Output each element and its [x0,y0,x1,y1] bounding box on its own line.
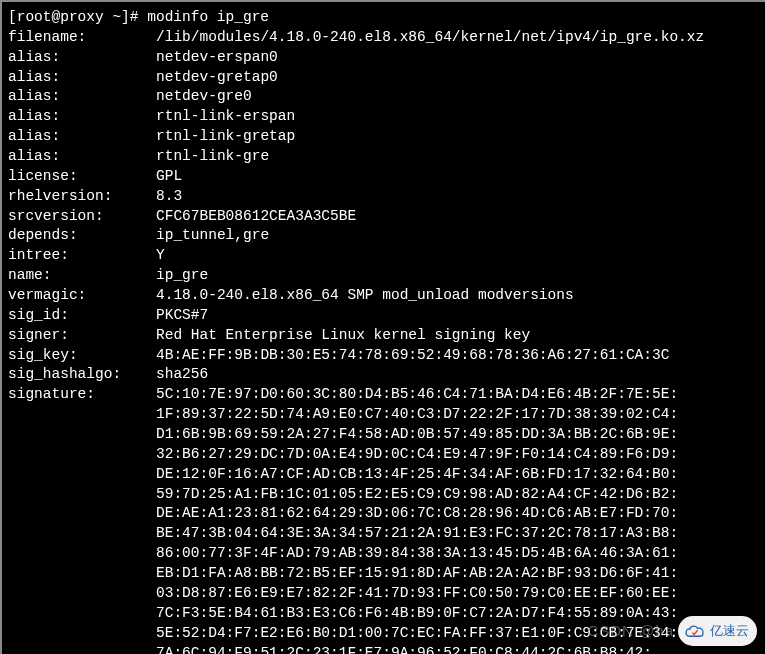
output-line: sig_hashalgo:sha256 [8,365,759,385]
field-label: sig_key: [8,346,156,366]
indent [8,624,156,644]
field-value: GPL [156,167,182,187]
field-label: sig_hashalgo: [8,365,156,385]
field-label: signature: [8,385,156,405]
indent [8,485,156,505]
output-line: filename:/lib/modules/4.18.0-240.el8.x86… [8,28,759,48]
watermark: CSDN @ha 亿速云 [587,616,757,646]
field-label: name: [8,266,156,286]
field-label: alias: [8,48,156,68]
field-value: Y [156,246,165,266]
signature-value: 32:B6:27:29:DC:7D:0A:E4:9D:0C:C4:E9:47:9… [156,445,678,465]
output-line: alias:rtnl-link-erspan [8,107,759,127]
signature-value: BE:47:3B:04:64:3E:3A:34:57:21:2A:91:E3:F… [156,524,678,544]
signature-value: 59:7D:25:A1:FB:1C:01:05:E2:E5:C9:C9:98:A… [156,485,678,505]
field-label: rhelversion: [8,187,156,207]
output-line: intree:Y [8,246,759,266]
command-text: modinfo ip_gre [147,9,269,25]
field-label: alias: [8,107,156,127]
signature-value: 7A:6C:94:F9:51:2C:23:1F:E7:9A:96:52:F0:C… [156,644,652,655]
output-line: signature:5C:10:7E:97:D0:60:3C:80:D4:B5:… [8,385,759,405]
output-line: alias:netdev-gre0 [8,87,759,107]
field-label: alias: [8,127,156,147]
field-value: PKCS#7 [156,306,208,326]
indent [8,544,156,564]
field-value: netdev-gretap0 [156,68,278,88]
field-label: alias: [8,147,156,167]
signature-line: 32:B6:27:29:DC:7D:0A:E4:9D:0C:C4:E9:47:9… [8,445,759,465]
watermark-text: CSDN @ha [587,621,674,642]
indent [8,445,156,465]
signature-value: 03:D8:87:E6:E9:E7:82:2F:41:7D:93:FF:C0:5… [156,584,678,604]
field-value: rtnl-link-erspan [156,107,295,127]
field-value: 5C:10:7E:97:D0:60:3C:80:D4:B5:46:C4:71:B… [156,385,678,405]
signature-line: 03:D8:87:E6:E9:E7:82:2F:41:7D:93:FF:C0:5… [8,584,759,604]
signature-line: D1:6B:9B:69:59:2A:27:F4:58:AD:0B:57:49:8… [8,425,759,445]
indent [8,564,156,584]
output-line: alias:netdev-erspan0 [8,48,759,68]
field-label: filename: [8,28,156,48]
indent [8,425,156,445]
field-value: ip_tunnel,gre [156,226,269,246]
field-value: 8.3 [156,187,182,207]
signature-line: EB:D1:FA:A8:BB:72:B5:EF:15:91:8D:AF:AB:2… [8,564,759,584]
field-label: srcversion: [8,207,156,227]
field-label: alias: [8,68,156,88]
indent [8,524,156,544]
indent [8,604,156,624]
output-line: sig_key:4B:AE:FF:9B:DB:30:E5:74:78:69:52… [8,346,759,366]
output-line: vermagic:4.18.0-240.el8.x86_64 SMP mod_u… [8,286,759,306]
signature-line: DE:AE:A1:23:81:62:64:29:3D:06:7C:C8:28:9… [8,504,759,524]
output-line: rhelversion:8.3 [8,187,759,207]
field-value: rtnl-link-gre [156,147,269,167]
field-value: sha256 [156,365,208,385]
output-line: signer:Red Hat Enterprise Linux kernel s… [8,326,759,346]
signature-line: BE:47:3B:04:64:3E:3A:34:57:21:2A:91:E3:F… [8,524,759,544]
signature-line: 86:00:77:3F:4F:AD:79:AB:39:84:38:3A:13:4… [8,544,759,564]
output-line: depends:ip_tunnel,gre [8,226,759,246]
output-line: alias:netdev-gretap0 [8,68,759,88]
cloud-badge: 亿速云 [678,616,757,646]
output-line: name:ip_gre [8,266,759,286]
field-value: 4.18.0-240.el8.x86_64 SMP mod_unload mod… [156,286,582,306]
indent [8,504,156,524]
signature-value: 1F:89:37:22:5D:74:A9:E0:C7:40:C3:D7:22:2… [156,405,678,425]
signature-value: D1:6B:9B:69:59:2A:27:F4:58:AD:0B:57:49:8… [156,425,678,445]
signature-value: DE:AE:A1:23:81:62:64:29:3D:06:7C:C8:28:9… [156,504,678,524]
field-value: CFC67BEB08612CEA3A3C5BE [156,207,356,227]
command-output: filename:/lib/modules/4.18.0-240.el8.x86… [8,28,759,654]
field-value: rtnl-link-gretap [156,127,295,147]
signature-value: 86:00:77:3F:4F:AD:79:AB:39:84:38:3A:13:4… [156,544,678,564]
cloud-icon [684,624,706,638]
cloud-text: 亿速云 [710,622,749,640]
field-label: sig_id: [8,306,156,326]
output-line: sig_id:PKCS#7 [8,306,759,326]
field-value: netdev-erspan0 [156,48,278,68]
field-label: intree: [8,246,156,266]
field-value: ip_gre [156,266,208,286]
signature-line: DE:12:0F:16:A7:CF:AD:CB:13:4F:25:4F:34:A… [8,465,759,485]
field-value: 4B:AE:FF:9B:DB:30:E5:74:78:69:52:49:68:7… [156,346,669,366]
signature-line: 59:7D:25:A1:FB:1C:01:05:E2:E5:C9:C9:98:A… [8,485,759,505]
field-label: alias: [8,87,156,107]
output-line: alias:rtnl-link-gretap [8,127,759,147]
field-value: /lib/modules/4.18.0-240.el8.x86_64/kerne… [156,28,704,48]
signature-line: 1F:89:37:22:5D:74:A9:E0:C7:40:C3:D7:22:2… [8,405,759,425]
field-label: depends: [8,226,156,246]
terminal-prompt-line: [root@proxy ~]# modinfo ip_gre [8,8,759,28]
field-value: netdev-gre0 [156,87,252,107]
signature-value: DE:12:0F:16:A7:CF:AD:CB:13:4F:25:4F:34:A… [156,465,678,485]
field-label: signer: [8,326,156,346]
field-label: license: [8,167,156,187]
output-line: srcversion:CFC67BEB08612CEA3A3C5BE [8,207,759,227]
output-line: license:GPL [8,167,759,187]
indent [8,584,156,604]
indent [8,644,156,655]
indent [8,465,156,485]
indent [8,405,156,425]
output-line: alias:rtnl-link-gre [8,147,759,167]
signature-value: EB:D1:FA:A8:BB:72:B5:EF:15:91:8D:AF:AB:2… [156,564,678,584]
field-value: Red Hat Enterprise Linux kernel signing … [156,326,530,346]
shell-prompt: [root@proxy ~]# [8,9,147,25]
field-label: vermagic: [8,286,156,306]
